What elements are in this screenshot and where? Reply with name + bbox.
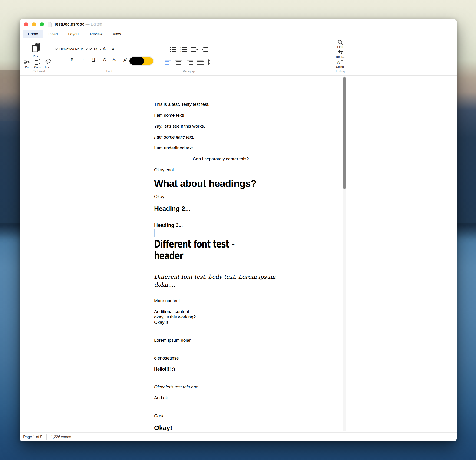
doc-paragraph[interactable]: Okay! bbox=[154, 424, 288, 432]
group-divider bbox=[158, 41, 158, 73]
replace-button[interactable]: Repl... bbox=[336, 55, 345, 59]
grow-font-button[interactable]: A bbox=[103, 46, 106, 51]
doc-paragraph-text: Different font test - header bbox=[154, 238, 253, 262]
numbered-list-button[interactable]: 1 2 3 bbox=[180, 46, 187, 52]
minimize-button[interactable] bbox=[32, 22, 36, 26]
group-divider bbox=[59, 41, 59, 73]
decrease-indent-button[interactable] bbox=[191, 46, 198, 52]
doc-paragraph[interactable]: I am underlined text. bbox=[154, 145, 288, 151]
doc-paragraph[interactable]: This is a test. Testy test test. bbox=[154, 102, 288, 107]
increase-indent-button[interactable] bbox=[201, 46, 209, 52]
doc-blank-line[interactable] bbox=[154, 331, 288, 338]
doc-paragraph[interactable]: Cool. bbox=[154, 413, 288, 418]
chevron-down-icon bbox=[85, 48, 88, 50]
align-left-button[interactable] bbox=[165, 60, 171, 65]
align-left-icon bbox=[165, 60, 171, 65]
copy-icon bbox=[34, 58, 41, 65]
line-spacing-icon bbox=[208, 59, 215, 65]
tab-review[interactable]: Review bbox=[85, 30, 108, 38]
bullet-list-button[interactable] bbox=[170, 46, 177, 52]
text-color-highlight-toggle[interactable] bbox=[129, 57, 153, 65]
font-size-select[interactable]: 14 bbox=[89, 47, 102, 51]
format-painter-button[interactable]: For... bbox=[45, 58, 51, 69]
tab-insert[interactable]: Insert bbox=[43, 30, 63, 38]
chevron-down-icon bbox=[55, 48, 58, 50]
align-right-button[interactable] bbox=[187, 60, 193, 65]
doc-paragraph[interactable]: And ok bbox=[154, 395, 288, 400]
font-caption: Font bbox=[98, 70, 121, 73]
doc-paragraph[interactable]: Additional content. bbox=[154, 309, 288, 314]
font-size-value: 14 bbox=[94, 47, 97, 51]
doc-blank-line[interactable] bbox=[154, 377, 288, 384]
doc-blank-line[interactable] bbox=[154, 406, 288, 413]
cut-button[interactable]: Cut bbox=[24, 59, 31, 69]
decrease-indent-icon bbox=[191, 46, 198, 52]
subscript-button[interactable]: A1 bbox=[111, 58, 118, 62]
doc-paragraph[interactable]: Okay!!! bbox=[154, 320, 288, 325]
scrollbar-track[interactable] bbox=[343, 77, 346, 431]
paste-button[interactable]: Paste bbox=[32, 42, 41, 58]
text-cursor bbox=[154, 230, 155, 237]
doc-paragraph[interactable]: Heading 3... bbox=[154, 222, 288, 229]
doc-paragraph[interactable]: Okay. bbox=[154, 194, 288, 199]
doc-paragraph[interactable]: More content. bbox=[154, 298, 288, 303]
doc-paragraph[interactable]: Different font test, body text. Lorem ip… bbox=[154, 273, 288, 289]
word-count: 1,226 words bbox=[51, 435, 71, 439]
zoom-button[interactable] bbox=[40, 22, 44, 26]
scrollbar-thumb[interactable] bbox=[343, 77, 346, 189]
italic-button[interactable]: I bbox=[80, 58, 86, 62]
ribbon-tabbar: HomeInsertLayoutReviewView bbox=[19, 30, 457, 38]
doc-paragraph[interactable] bbox=[154, 230, 288, 237]
tab-view[interactable]: View bbox=[108, 30, 126, 38]
doc-paragraph[interactable]: okay, is this working? bbox=[154, 314, 288, 320]
tab-layout[interactable]: Layout bbox=[63, 30, 85, 38]
font-family-select[interactable]: Helvetica Neue bbox=[55, 47, 88, 51]
align-center-icon bbox=[175, 60, 182, 65]
editing-caption: Editing bbox=[336, 70, 345, 73]
document-viewport[interactable]: This is a test. Testy test test.I am som… bbox=[19, 76, 457, 432]
app-window: TestDoc.gsrdoc — Edited HomeInsertLayout… bbox=[19, 19, 457, 441]
doc-paragraph[interactable]: What about headings? bbox=[154, 178, 288, 189]
font-family-value: Helvetica Neue bbox=[59, 47, 84, 51]
copy-button[interactable]: Copy bbox=[34, 58, 41, 69]
find-button[interactable]: Find bbox=[337, 45, 343, 49]
justify-button[interactable] bbox=[197, 60, 204, 65]
doc-paragraph[interactable]: Heading 2... bbox=[154, 205, 288, 213]
chevron-down-icon bbox=[89, 48, 92, 50]
doc-paragraph[interactable]: Okay cool. bbox=[154, 167, 288, 172]
replace-icon[interactable] bbox=[337, 50, 343, 55]
status-divider bbox=[46, 434, 47, 440]
document-surface[interactable]: This is a test. Testy test test.I am som… bbox=[154, 102, 288, 432]
page-indicator: Page 1 of 5 bbox=[23, 435, 42, 439]
doc-paragraph[interactable]: Different font test - header bbox=[154, 238, 288, 264]
clipboard-caption: Clipboard bbox=[26, 70, 51, 73]
doc-paragraph[interactable]: I am some italic text. bbox=[154, 134, 288, 140]
svg-text:3: 3 bbox=[180, 51, 181, 52]
doc-paragraph[interactable]: oiehosetihse bbox=[154, 355, 288, 361]
doc-paragraph[interactable]: Can i separately center this? bbox=[154, 156, 288, 162]
tab-home[interactable]: Home bbox=[23, 30, 43, 38]
underline-button[interactable]: U bbox=[91, 58, 97, 62]
line-spacing-button[interactable] bbox=[208, 59, 215, 65]
doc-blank-line[interactable] bbox=[154, 349, 288, 355]
close-button[interactable] bbox=[24, 22, 28, 26]
strikethrough-button[interactable]: S bbox=[102, 58, 108, 62]
doc-paragraph[interactable]: Hello!!!! :) bbox=[154, 366, 288, 372]
bullet-list-icon bbox=[170, 46, 177, 52]
justify-icon bbox=[197, 60, 204, 65]
doc-paragraph[interactable]: I am some text! bbox=[154, 112, 288, 118]
shrink-font-button[interactable]: A bbox=[112, 47, 114, 51]
doc-paragraph[interactable]: Lorem ipsum dolar bbox=[154, 338, 288, 343]
find-icon[interactable] bbox=[338, 40, 343, 45]
align-center-button[interactable] bbox=[175, 60, 182, 65]
document-icon bbox=[47, 22, 52, 27]
doc-paragraph[interactable]: Yay, let's see if this works. bbox=[154, 123, 288, 129]
bold-button[interactable]: B bbox=[69, 58, 75, 62]
select-icon[interactable]: A bbox=[337, 60, 343, 65]
titlebar: TestDoc.gsrdoc — Edited bbox=[19, 19, 457, 30]
superscript-button[interactable]: A1 bbox=[122, 58, 128, 63]
select-button[interactable]: Select bbox=[336, 65, 344, 68]
doc-paragraph[interactable]: Okay let's test this one. bbox=[154, 384, 288, 390]
editing-group: Find Repl... A Select Editing bbox=[332, 40, 348, 73]
ribbon: Paste Cut Copy For... Clipboard bbox=[19, 39, 457, 76]
